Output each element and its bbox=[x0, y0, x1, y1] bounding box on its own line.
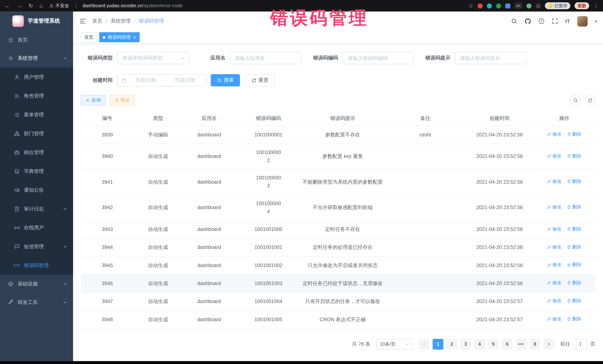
fullscreen-icon[interactable] bbox=[552, 18, 558, 24]
create-time-range-picker[interactable]: 开始日期 - 结束日期 bbox=[117, 74, 207, 86]
error-code-input[interactable] bbox=[343, 52, 414, 64]
tag-error-code[interactable]: 错误码管理 × bbox=[99, 32, 139, 42]
prev-page-button[interactable] bbox=[419, 339, 429, 350]
browser-update-button[interactable]: 更新 bbox=[575, 2, 589, 9]
page-size-select[interactable]: 10条/页 bbox=[376, 339, 413, 350]
edit-link[interactable]: 修改 bbox=[547, 298, 562, 305]
sync-paused-badge[interactable]: 已暂停 bbox=[545, 2, 570, 9]
chrome-nav-group: ← → ↻ ⌂ ⚠ 不安全 dashboard.yudao.iocoder.cn… bbox=[0, 2, 183, 9]
delete-link[interactable]: 删除 bbox=[567, 225, 581, 233]
sidebar-item-dict-management[interactable]: 字典管理 bbox=[0, 162, 73, 181]
reset-button[interactable]: 重置 bbox=[245, 74, 275, 86]
sidebar-item-label: 通知公告 bbox=[24, 187, 44, 193]
delete-link[interactable]: 删除 bbox=[567, 152, 581, 160]
sidebar-item-user-management[interactable]: 用户管理 bbox=[0, 68, 73, 87]
breadcrumb-home[interactable]: 首页 bbox=[92, 18, 102, 24]
hamburger-menu-icon[interactable] bbox=[79, 18, 86, 24]
page-button-2[interactable]: 2 bbox=[446, 339, 457, 350]
page-button-4[interactable]: 4 bbox=[474, 339, 485, 350]
site-security-indicator[interactable]: ⚠ 不安全 bbox=[49, 2, 69, 9]
col-header-app: 应用名 bbox=[182, 111, 236, 126]
sidebar-item-post-management[interactable]: 岗位管理 bbox=[0, 143, 73, 162]
user-avatar[interactable] bbox=[577, 16, 588, 26]
bookmark-star-icon[interactable]: ☆ bbox=[468, 3, 473, 9]
edit-link[interactable]: 修改 bbox=[547, 279, 562, 287]
reload-button[interactable]: ↻ bbox=[28, 3, 33, 9]
page-more-button[interactable]: ••• bbox=[516, 339, 526, 350]
extension-icon-red[interactable] bbox=[477, 3, 483, 8]
sidebar-item-online-users[interactable]: 在线用户 bbox=[0, 218, 73, 237]
refresh-table-button[interactable] bbox=[585, 95, 595, 106]
delete-link[interactable]: 删除 bbox=[567, 315, 581, 323]
app-logo[interactable]: 芋道管理系统 bbox=[0, 11, 73, 31]
avatar-caret-icon[interactable]: ▾ bbox=[595, 19, 597, 23]
sidebar-item-notice[interactable]: 通知公告 bbox=[0, 180, 73, 199]
date-start-placeholder: 开始日期 bbox=[128, 77, 163, 84]
page-button-5[interactable]: 5 bbox=[488, 339, 499, 350]
chrome-menu-icon[interactable]: ⋮ bbox=[593, 3, 598, 9]
edit-link[interactable]: 修改 bbox=[547, 178, 562, 185]
edit-link[interactable]: 修改 bbox=[547, 225, 562, 233]
edit-link[interactable]: 修改 bbox=[547, 243, 562, 251]
back-button[interactable]: ← bbox=[5, 3, 10, 9]
system-submenu: 用户管理 角色管理 菜单管理 部门管理 岗位管理 bbox=[0, 68, 73, 275]
sidebar-item-menu-management[interactable]: 菜单管理 bbox=[0, 105, 73, 124]
cell-code: 100100000 3 bbox=[236, 169, 301, 195]
toggle-search-button[interactable] bbox=[570, 95, 581, 106]
sidebar-item-audit-log[interactable]: 审计日志 bbox=[0, 199, 73, 218]
extensions-pin-icon[interactable] bbox=[536, 3, 541, 8]
cell-actions: 修改 删除 bbox=[533, 221, 595, 239]
export-button-label: 导出 bbox=[120, 97, 130, 103]
cell-code: 1001001004 bbox=[236, 293, 301, 311]
delete-link[interactable]: 删除 bbox=[567, 279, 581, 287]
delete-link[interactable]: 删除 bbox=[567, 261, 581, 269]
help-icon[interactable]: ? bbox=[538, 18, 544, 24]
sidebar-item-sms-management[interactable]: 短信管理 bbox=[0, 237, 73, 256]
extension-icon-green[interactable] bbox=[496, 3, 501, 8]
page-button-1[interactable]: 1 bbox=[433, 339, 443, 350]
sidebar-item-infrastructure[interactable]: 基础设施 bbox=[0, 275, 73, 293]
page-button-6[interactable]: 6 bbox=[502, 339, 513, 350]
sidebar-item-dev-tools[interactable]: 研发工具 bbox=[0, 293, 73, 311]
extension-on-badge[interactable]: on bbox=[514, 3, 522, 9]
sidebar-item-dept-management[interactable]: 部门管理 bbox=[0, 124, 73, 143]
home-button[interactable]: ⌂ bbox=[39, 3, 43, 9]
add-button[interactable]: 新增 bbox=[81, 95, 106, 106]
delete-link[interactable]: 删除 bbox=[567, 178, 581, 185]
edit-link[interactable]: 修改 bbox=[547, 152, 562, 160]
edit-link[interactable]: 修改 bbox=[547, 131, 562, 138]
github-icon[interactable] bbox=[524, 18, 531, 24]
next-page-button[interactable] bbox=[544, 339, 554, 350]
page-button-8[interactable]: 8 bbox=[530, 339, 540, 350]
sidebar-item-role-management[interactable]: 角色管理 bbox=[0, 86, 73, 105]
delete-link[interactable]: 删除 bbox=[567, 131, 581, 138]
goto-page-input[interactable] bbox=[573, 339, 587, 350]
export-button[interactable]: 导出 bbox=[110, 95, 135, 106]
forward-button[interactable]: → bbox=[16, 3, 22, 9]
edit-link[interactable]: 修改 bbox=[547, 203, 562, 211]
address-bar[interactable]: dashboard.yudao.iocoder.cn/system/error-… bbox=[83, 3, 183, 9]
search-button[interactable]: 搜索 bbox=[211, 74, 240, 86]
sidebar-item-home[interactable]: 首页 bbox=[0, 31, 73, 49]
edit-link[interactable]: 修改 bbox=[547, 315, 562, 323]
edit-link[interactable]: 修改 bbox=[547, 261, 562, 269]
extension-icon-leaf[interactable] bbox=[527, 3, 532, 8]
cell-id: 3945 bbox=[81, 256, 134, 275]
sidebar-item-error-code[interactable]: </> 错误码管理 bbox=[0, 256, 73, 275]
extension-icon-teal[interactable] bbox=[487, 3, 492, 8]
page-button-3[interactable]: 3 bbox=[460, 339, 471, 350]
delete-link[interactable]: 删除 bbox=[567, 298, 581, 305]
app-name-input[interactable] bbox=[230, 52, 302, 64]
font-size-icon[interactable]: tT bbox=[565, 18, 570, 24]
search-icon[interactable] bbox=[511, 18, 517, 24]
delete-link[interactable]: 删除 bbox=[567, 243, 581, 251]
sidebar-item-system-management[interactable]: 系统管理 bbox=[0, 49, 73, 67]
error-type-select[interactable]: 请选择错误码类型 bbox=[117, 52, 189, 64]
breadcrumb-system[interactable]: 系统管理 bbox=[111, 18, 131, 24]
table-header-row: 编号 类型 应用名 错误码编码 错误码提示 备注 创建时间 操作 bbox=[81, 111, 595, 126]
delete-link[interactable]: 删除 bbox=[567, 203, 581, 211]
close-icon[interactable]: × bbox=[133, 35, 136, 40]
tag-home[interactable]: 首页 bbox=[81, 32, 97, 42]
extension-icon-blue[interactable] bbox=[505, 3, 510, 8]
error-hint-input[interactable] bbox=[455, 52, 527, 64]
